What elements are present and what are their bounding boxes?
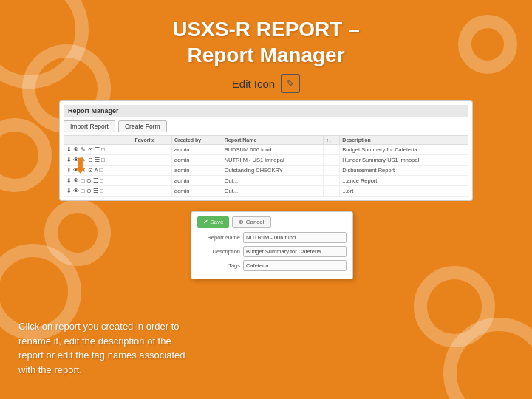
- tags-label: Tags: [197, 262, 240, 269]
- mockup-toolbar: Import Report Create Form: [64, 120, 468, 132]
- col-description: Description: [340, 136, 468, 145]
- arrow-down-icon: ⬇: [72, 154, 89, 178]
- report-name-label: Report Name: [197, 234, 240, 241]
- edit-icon-glyph: ✎: [281, 74, 300, 93]
- row-icons: ⬇ 👁 □ ⊙ ☰ □: [64, 186, 132, 197]
- table-row: ⬇ 👁 □ ⊙ ☰ □ admin Out... ...ort: [64, 186, 468, 197]
- mockup-screenshot: Report Manager Import Report Create Form…: [59, 100, 473, 201]
- report-table: Favorite Created by Report Name ↑↓ Descr…: [64, 135, 468, 197]
- import-report-button[interactable]: Import Report: [64, 120, 115, 132]
- report-name-row: Report Name: [197, 232, 347, 243]
- table-row: ⬇ 👁 ✎ ⊙ ☰ □ admin NUTRIIM - US1 lmnopal …: [64, 155, 468, 166]
- tags-input[interactable]: [243, 260, 347, 271]
- mockup-topbar: Report Manager: [64, 105, 468, 117]
- col-created-by: Created by: [172, 136, 222, 145]
- description-row: Description: [197, 246, 347, 257]
- table-row: ⬇ 👁 ✎ ⊙ ☰ □ admin BUDSUM 006 fund Budget…: [64, 145, 468, 155]
- report-name-input[interactable]: [243, 232, 347, 243]
- create-form-button[interactable]: Create Form: [118, 120, 167, 132]
- table-row: ⬇ 👁 □ ⊙ ☰ □ admin Out... ...ance Report: [64, 176, 468, 186]
- col-favorite: Favorite: [132, 136, 172, 145]
- edit-icon-row: Edit Icon ✎: [232, 74, 300, 93]
- table-header-row: Favorite Created by Report Name ↑↓ Descr…: [64, 136, 468, 145]
- edit-modal: ✔ Save ⊗ Cancel Report Name Description …: [191, 211, 353, 279]
- edit-icon-label: Edit Icon: [232, 78, 275, 90]
- description-input[interactable]: [243, 246, 347, 257]
- col-report-name: Report Name: [222, 136, 324, 145]
- table-row: ⬇ 👁 ✎ ⊙ A □ admin Outstanding CHECKRY Di…: [64, 166, 468, 176]
- tags-row: Tags: [197, 260, 347, 271]
- bottom-description: Click on report you created in order to …: [18, 319, 192, 377]
- cancel-button[interactable]: ⊗ Cancel: [232, 216, 270, 228]
- page-title: USXS-R REPORT – Report Manager: [172, 16, 360, 68]
- col-sort: ↑↓: [324, 136, 340, 145]
- save-button[interactable]: ✔ Save: [197, 216, 229, 228]
- col-actions: [64, 136, 132, 145]
- modal-actions: ✔ Save ⊗ Cancel: [197, 216, 347, 228]
- description-label: Description: [197, 248, 240, 255]
